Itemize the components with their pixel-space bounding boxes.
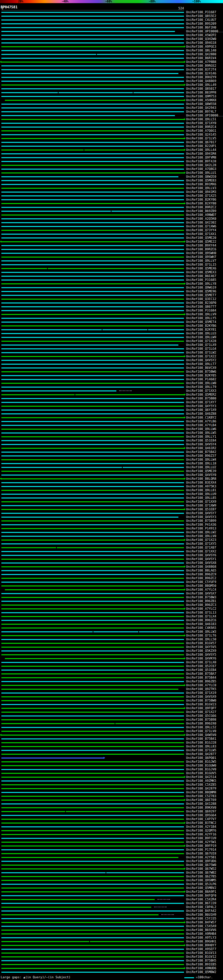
hit-bar[interactable] (2, 845, 184, 846)
hit-bar[interactable] (2, 368, 184, 369)
hit-bar[interactable] (2, 551, 184, 552)
hit-bar[interactable] (2, 46, 184, 47)
hit-bar[interactable] (2, 371, 184, 372)
hit-label[interactable]: UniRef100_B1GUW0 (186, 764, 217, 767)
hit-bar[interactable] (2, 215, 184, 216)
hit-label[interactable]: UniRef100_Q3EC12 (186, 298, 217, 301)
hit-label[interactable]: UniRef100_Q5KZX9 (186, 649, 217, 652)
hit-bar[interactable] (2, 765, 184, 766)
hit-bar[interactable] (2, 826, 184, 827)
hit-bar[interactable] (2, 130, 184, 131)
hit-bar[interactable] (2, 746, 184, 747)
hit-label[interactable]: UniRef100_B8QM50 (186, 584, 217, 587)
hit-label[interactable]: UniRef100_A9NWD7 (186, 213, 217, 216)
hit-label[interactable]: UniRef100_Q2QM76 (186, 829, 217, 832)
hit-bar[interactable] (2, 716, 184, 716)
hit-bar[interactable] (2, 253, 184, 254)
hit-bar[interactable] (2, 226, 184, 227)
hit-bar[interactable] (2, 348, 184, 349)
hit-label[interactable]: UniRef100_Q42879 (186, 787, 217, 790)
hit-bar[interactable] (2, 612, 184, 613)
hit-bar[interactable] (2, 276, 184, 277)
hit-label[interactable]: UniRef100_B9KXV0 (186, 806, 217, 809)
hit-label[interactable]: UniRef100_Q51EB7 (186, 508, 217, 511)
hit-label[interactable]: UniRef100_B6TJ39 (186, 902, 217, 905)
hit-label[interactable]: UniRef100_Q9LLW0 (186, 382, 217, 385)
hit-bar[interactable] (2, 926, 184, 927)
hit-label[interactable]: UniRef100_C5X2R4 (186, 898, 217, 901)
hit-label[interactable]: UniRef100_Q9SWH7 (186, 256, 217, 259)
hit-bar[interactable] (2, 207, 184, 208)
hit-label[interactable]: UniRef100_Q4W5V0 (186, 733, 217, 737)
hit-label[interactable]: UniRef100_B83PP8 (186, 91, 217, 94)
hit-bar[interactable] (2, 433, 184, 434)
hit-label[interactable]: UniRef100_Q52C67 (186, 665, 217, 668)
hit-bar[interactable] (2, 237, 184, 239)
hit-label[interactable]: UniRef100_A9NUD6 (186, 967, 217, 970)
hit-label[interactable]: UniRef100_Q5ME39 (186, 470, 217, 473)
hit-bar[interactable] (2, 757, 103, 759)
hit-label[interactable]: UniRef100_Q9LL50 (186, 638, 217, 641)
hit-bar[interactable] (2, 478, 184, 479)
hit-label[interactable]: UniRef100_Q9LL81 (186, 489, 217, 492)
hit-bar[interactable] (2, 383, 184, 384)
hit-label[interactable]: UniRef100_Q9LLU2 (186, 466, 217, 469)
hit-bar[interactable] (2, 708, 184, 709)
hit-bar[interactable] (2, 865, 184, 865)
hit-bar[interactable] (2, 318, 184, 319)
hit-bar[interactable] (2, 624, 184, 625)
hit-bar[interactable] (2, 735, 184, 736)
hit-bar[interactable] (2, 570, 184, 571)
hit-label[interactable]: UniRef100_B4FW57 (186, 921, 217, 924)
hit-label[interactable]: UniRef100_Q5ME20 (186, 236, 217, 240)
hit-bar[interactable] (2, 161, 184, 162)
hit-label[interactable]: UniRef100_Q71LX9 (186, 344, 217, 347)
hit-label[interactable]: UniRef100_Q5ME22 (186, 240, 217, 243)
hit-bar[interactable] (2, 888, 184, 889)
hit-label[interactable]: UniRef100_A9TLY3 (186, 936, 217, 939)
hit-bar[interactable] (2, 38, 184, 40)
hit-label[interactable]: UniRef100_Q71XY0 (186, 122, 217, 125)
hit-label[interactable]: UniRef100_A5W2P2 (186, 34, 217, 37)
hit-label[interactable]: UniRef100_Q8W558 (186, 103, 217, 106)
hit-bar[interactable] (2, 444, 184, 445)
hit-label[interactable]: UniRef100_B1GV12 (186, 955, 217, 958)
hit-bar[interactable] (2, 203, 184, 204)
hit-label[interactable]: UniRef100_Q71X25 (186, 194, 217, 197)
hit-bar[interactable] (5, 100, 184, 101)
hit-label[interactable]: UniRef100_C5YJ35 (186, 917, 217, 920)
hit-bar[interactable] (2, 77, 184, 78)
hit-bar[interactable] (2, 375, 184, 376)
hit-label[interactable]: UniRef100_A9RHB4 (186, 932, 217, 935)
hit-bar[interactable] (2, 788, 184, 789)
hit-label[interactable]: UniRef100_Q5MEX6 (186, 267, 217, 270)
hit-bar[interactable] (2, 838, 184, 839)
hit-bar[interactable] (2, 115, 175, 116)
hit-bar[interactable] (2, 738, 184, 740)
hit-label[interactable]: UniRef100_A7Q8G3 (186, 167, 217, 171)
hit-bar[interactable] (2, 597, 184, 598)
hit-label[interactable]: UniRef100_B1GV23 (186, 703, 217, 706)
hit-label[interactable]: UniRef100_A9ZMK5 (186, 780, 217, 783)
hit-bar[interactable] (2, 421, 184, 422)
hit-bar[interactable] (2, 639, 184, 640)
hit-label[interactable]: UniRef100_Q5MEB3 (186, 179, 217, 182)
hit-bar[interactable] (2, 196, 184, 196)
hit-bar[interactable] (2, 302, 184, 304)
hit-label[interactable]: UniRef100_Q5ME96 (186, 290, 217, 293)
hit-label[interactable]: UniRef100_C4LUU7 (186, 18, 217, 22)
hit-bar[interactable] (2, 425, 184, 426)
hit-label[interactable]: UniRef100_B9IEB5 (186, 963, 217, 966)
hit-bar[interactable] (2, 861, 184, 862)
hit-bar[interactable] (2, 509, 184, 510)
hit-label[interactable]: UniRef100_B6U1H9 (186, 913, 217, 916)
hit-label[interactable]: UniRef100_B3EXX4 (186, 481, 217, 484)
hit-bar[interactable] (2, 918, 184, 919)
hit-bar[interactable] (2, 92, 184, 93)
hit-label[interactable]: UniRef100_C5Z783 (186, 795, 217, 798)
hit-bar[interactable] (2, 784, 184, 785)
hit-bar[interactable] (2, 222, 184, 223)
hit-bar[interactable] (2, 58, 184, 59)
hit-label[interactable]: UniRef100_C5YUF9 (186, 581, 217, 584)
hit-bar[interactable] (2, 268, 184, 269)
